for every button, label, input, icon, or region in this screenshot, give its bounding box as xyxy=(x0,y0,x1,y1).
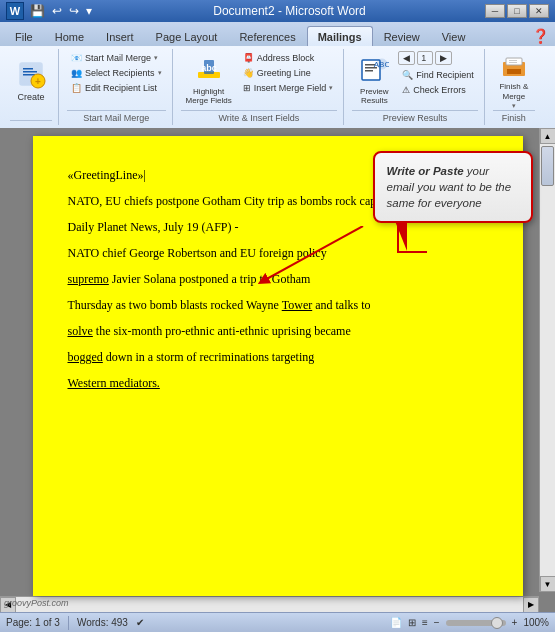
svg-rect-1 xyxy=(23,68,33,70)
tab-view[interactable]: View xyxy=(431,26,477,46)
zoom-in-button[interactable]: + xyxy=(512,617,518,628)
qa-save[interactable]: 💾 xyxy=(28,4,47,18)
ribbon-group-mail-merge: 📧 Start Mail Merge ▾ 👥 Select Recipients… xyxy=(61,49,173,125)
ribbon-finish-buttons: Finish &Merge ▾ xyxy=(493,51,535,110)
check-errors-label: Check Errors xyxy=(413,85,466,95)
document-page: Write or Paste your email you want to be… xyxy=(33,136,523,596)
create-icon: + xyxy=(15,58,47,90)
check-icon: ⚠ xyxy=(402,85,410,95)
preview-results-button[interactable]: ABC PreviewResults xyxy=(352,51,396,109)
supremo-word: supremo xyxy=(68,272,109,286)
insert-merge-field-label: Insert Merge Field xyxy=(254,83,327,93)
qa-undo[interactable]: ↩ xyxy=(50,4,64,18)
edit-recipient-list-button[interactable]: 📋 Edit Recipient List xyxy=(67,81,166,95)
svg-rect-16 xyxy=(506,58,522,65)
next-record-button[interactable]: ▶ xyxy=(435,51,452,65)
status-right: 📄 ⊞ ≡ − + 100% xyxy=(390,617,549,628)
paragraph-5: Thursday as two bomb blasts rocked Wayne… xyxy=(68,296,488,314)
group-label-start-mail-merge: Start Mail Merge xyxy=(67,110,166,123)
mail-icon: 📧 xyxy=(71,53,82,63)
view-fullscreen-icon[interactable]: ⊞ xyxy=(408,617,416,628)
ribbon-write-column: 📮 Address Block 👋 Greeting Line ⊞ Insert… xyxy=(239,51,338,95)
tab-insert[interactable]: Insert xyxy=(95,26,145,46)
spell-check-icon[interactable]: ✔ xyxy=(136,617,144,628)
view-print-icon[interactable]: 📄 xyxy=(390,617,402,628)
ribbon-group-buttons: + Create xyxy=(10,51,52,120)
close-button[interactable]: ✕ xyxy=(529,4,549,18)
finish-merge-label: Finish &Merge xyxy=(499,82,528,101)
ribbon: + Create 📧 Start Mail Merge ▾ 👥 Select R… xyxy=(0,46,555,128)
tab-references[interactable]: References xyxy=(228,26,306,46)
tab-page-layout[interactable]: Page Layout xyxy=(145,26,229,46)
svg-rect-2 xyxy=(23,71,37,73)
qa-redo[interactable]: ↪ xyxy=(67,4,81,18)
find-recipient-label: Find Recipient xyxy=(416,70,474,80)
start-mail-merge-button[interactable]: 📧 Start Mail Merge ▾ xyxy=(67,51,166,65)
window-controls: ─ □ ✕ xyxy=(485,4,549,18)
scroll-track-h[interactable] xyxy=(16,597,523,612)
tab-home[interactable]: Home xyxy=(44,26,95,46)
ribbon-preview-column: ◀ 1 ▶ 🔍 Find Recipient ⚠ Check Errors xyxy=(398,51,478,97)
scroll-track[interactable] xyxy=(540,144,555,576)
minimize-button[interactable]: ─ xyxy=(485,4,505,18)
western-mediators-word: Western mediators. xyxy=(68,376,160,390)
tab-mailings[interactable]: Mailings xyxy=(307,26,373,46)
svg-rect-12 xyxy=(365,70,373,72)
address-block-label: Address Block xyxy=(257,53,315,63)
paragraph-6: solve the six-month pro-ethnic anti-ethn… xyxy=(68,322,488,340)
word-count: Words: 493 xyxy=(77,617,128,628)
svg-text:+: + xyxy=(35,76,41,87)
insert-icon: ⊞ xyxy=(243,83,251,93)
ribbon-preview-buttons: ABC PreviewResults ◀ 1 ▶ 🔍 Find Recipien… xyxy=(352,51,478,110)
highlight-merge-fields-button[interactable]: abc HighlightMerge Fields xyxy=(181,51,237,109)
list-icon: 📋 xyxy=(71,83,82,93)
tab-file[interactable]: File xyxy=(4,26,44,46)
zoom-slider[interactable] xyxy=(446,620,506,626)
help-button[interactable]: ❓ xyxy=(530,26,551,46)
insert-merge-field-button[interactable]: ⊞ Insert Merge Field ▾ xyxy=(239,81,338,95)
window-title: Document2 - Microsoft Word xyxy=(94,4,485,18)
find-icon: 🔍 xyxy=(402,70,413,80)
horizontal-scrollbar[interactable]: ◀ ▶ xyxy=(0,596,539,612)
select-recipients-button[interactable]: 👥 Select Recipients ▾ xyxy=(67,66,166,80)
svg-rect-18 xyxy=(509,62,517,63)
finish-dropdown-arrow: ▾ xyxy=(512,102,516,110)
greeting-icon: 👋 xyxy=(243,68,254,78)
status-bar: Page: 1 of 3 Words: 493 ✔ 📄 ⊞ ≡ − + 100% xyxy=(0,612,555,632)
ribbon-mail-column: 📧 Start Mail Merge ▾ 👥 Select Recipients… xyxy=(67,51,166,95)
ribbon-group-start-mail-merge: + Create xyxy=(4,49,59,125)
tab-review[interactable]: Review xyxy=(373,26,431,46)
bogged-word: bogged xyxy=(68,350,103,364)
vertical-scrollbar[interactable]: ▲ ▼ xyxy=(539,128,555,592)
qa-more[interactable]: ▾ xyxy=(84,4,94,18)
paragraph-4: supremo Javier Solana postponed a trip t… xyxy=(68,270,488,288)
finish-merge-button[interactable]: Finish &Merge ▾ xyxy=(493,51,535,109)
view-layout-icon[interactable]: ≡ xyxy=(422,617,428,628)
scroll-up-button[interactable]: ▲ xyxy=(540,128,556,144)
preview-icon: ABC xyxy=(358,54,390,85)
record-number-field[interactable]: 1 xyxy=(417,51,433,65)
document-area: ▲ ▼ ◀ ▶ Write or Paste your email you wa… xyxy=(0,128,555,612)
greeting-line-button[interactable]: 👋 Greeting Line xyxy=(239,66,338,80)
ribbon-group-finish: Finish &Merge ▾ Finish xyxy=(487,49,541,125)
zoom-level: 100% xyxy=(523,617,549,628)
ribbon-mail-buttons: 📧 Start Mail Merge ▾ 👥 Select Recipients… xyxy=(67,51,166,110)
svg-text:ABC: ABC xyxy=(374,60,389,69)
greeting-line-label: Greeting Line xyxy=(257,68,311,78)
prev-record-button[interactable]: ◀ xyxy=(398,51,415,65)
scroll-thumb[interactable] xyxy=(541,146,554,186)
edit-recipient-label: Edit Recipient List xyxy=(85,83,157,93)
tower-word: Tower xyxy=(282,298,312,312)
address-block-button[interactable]: 📮 Address Block xyxy=(239,51,338,65)
scroll-down-button[interactable]: ▼ xyxy=(540,576,556,592)
create-button[interactable]: + Create xyxy=(10,51,52,109)
zoom-thumb xyxy=(491,617,503,629)
maximize-button[interactable]: □ xyxy=(507,4,527,18)
ribbon-group-preview: ABC PreviewResults ◀ 1 ▶ 🔍 Find Recipien… xyxy=(346,49,485,125)
zoom-out-button[interactable]: − xyxy=(434,617,440,628)
find-recipient-button[interactable]: 🔍 Find Recipient xyxy=(398,68,478,82)
check-errors-button[interactable]: ⚠ Check Errors xyxy=(398,83,478,97)
callout-tooltip: Write or Paste your email you want to be… xyxy=(373,151,533,223)
start-mail-merge-label: Start Mail Merge xyxy=(85,53,151,63)
scroll-right-button[interactable]: ▶ xyxy=(523,597,539,613)
